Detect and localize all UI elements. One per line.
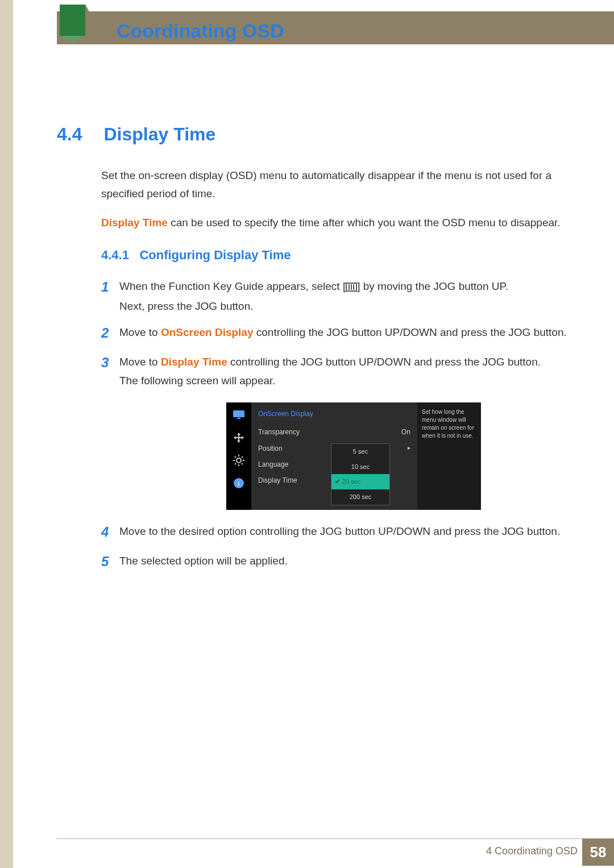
move-icon [232,431,246,445]
osd-panel-title: OnScreen Display [258,408,410,420]
step-number: 4 [101,521,119,544]
step-4: 4 Move to the desired option controlling… [101,522,586,544]
step-number: 2 [101,322,119,345]
osd-option: 10 sec [331,459,389,475]
step-1-text-c: Next, press the JOG button. [119,300,254,312]
osd-main-panel: OnScreen Display Transparency On Positio… [251,402,417,510]
osd-item-value: On [401,426,410,438]
chapter-4-icon [57,2,102,43]
section-number: 4.4 [57,124,101,145]
left-margin-stripe [0,0,13,868]
osd-screenshot: i OnScreen Display Transparency On Posit… [226,402,481,510]
subsection-heading: 4.4.1 Configuring Display Time [101,248,586,263]
step-3-text-a: Move to [119,356,161,368]
footer: 4 Coordinating OSD 58 [0,838,614,868]
check-icon: ✔ [335,478,340,485]
step-3-accent: Display Time [161,356,227,368]
step-2: 2 Move to OnScreen Display controlling t… [101,323,586,345]
step-text: Move to OnScreen Display controlling the… [119,323,586,345]
svg-line-17 [235,463,236,464]
page-number: 58 [582,838,614,866]
gear-icon [232,454,246,467]
svg-point-9 [237,458,241,463]
step-number: 5 [101,550,119,574]
step-text: Move to Display Time controlling the JOG… [119,353,586,390]
subsection-number: 4.4.1 [101,248,129,263]
osd-option-selected: ✔20 sec [331,474,389,489]
step-2-accent: OnScreen Display [161,326,254,338]
osd-sidebar: i [226,402,251,510]
svg-rect-8 [237,418,240,419]
menu-icon [346,279,357,297]
osd-item-transparency: Transparency On [258,424,410,440]
osd-item-label: Position [258,443,283,454]
osd-dropdown: 5 sec 10 sec ✔20 sec 200 sec [331,443,390,505]
svg-line-14 [235,456,236,458]
chevron-right-icon: ▸ [408,443,410,454]
footer-divider [57,838,614,839]
step-list: 1 When the Function Key Guide appears, s… [101,277,586,574]
svg-rect-7 [233,410,244,417]
intro-rest: can be used to specify the time after wh… [168,217,561,229]
chapter-number-graphic [57,9,97,44]
step-3-text-b: controlling the JOG button UP/DOWN and p… [227,356,541,368]
section-intro: Set the on-screen display (OSD) menu to … [101,167,586,232]
section-title: Display Time [103,124,215,144]
step-3-text-c: The following screen will appear. [119,375,276,387]
step-2-text-a: Move to [119,326,161,338]
svg-marker-1 [85,5,97,36]
osd-item-label: Display Time [258,475,297,486]
step-1: 1 When the Function Key Guide appears, s… [101,277,586,316]
intro-paragraph-1: Set the on-screen display (OSD) menu to … [101,167,586,203]
main-content: 4.4 Display Time Set the on-screen displ… [57,124,586,581]
step-text: The selected option will be applied. [119,552,586,574]
info-icon: i [232,476,246,490]
osd-option: 200 sec [331,489,389,505]
step-text: Move to the desired option controlling t… [119,522,586,544]
intro-paragraph-2: Display Time can be used to specify the … [101,214,586,232]
intro-accent: Display Time [101,217,168,229]
step-number: 1 [101,276,119,316]
subsection-title: Configuring Display Time [139,248,291,262]
footer-chapter-label: 4 Coordinating OSD [486,845,578,857]
section-heading: 4.4 Display Time [57,124,586,145]
step-1-text-a: When the Function Key Guide appears, sel… [119,280,346,292]
step-number: 3 [101,351,119,390]
osd-help-panel: Set how long the menu window will remain… [417,402,481,510]
step-text: When the Function Key Guide appears, sel… [119,277,586,316]
step-2-text-b: controlling the JOG button UP/DOWN and p… [254,326,567,338]
header-title: Coordinating OSD [117,20,284,42]
svg-line-16 [242,456,243,458]
step-1-text-b: ] by moving the JOG button UP. [357,280,508,292]
svg-marker-2 [60,36,85,43]
svg-marker-0 [60,5,85,36]
svg-text:i: i [238,479,240,488]
osd-option-label: 20 sec [342,478,360,485]
osd-option: 5 sec [331,444,389,459]
osd-item-label: Language [258,459,288,470]
step-5: 5 The selected option will be applied. [101,552,586,574]
step-3: 3 Move to Display Time controlling the J… [101,353,586,390]
monitor-icon [232,408,246,422]
svg-line-15 [242,463,243,464]
osd-item-label: Transparency [258,426,300,438]
